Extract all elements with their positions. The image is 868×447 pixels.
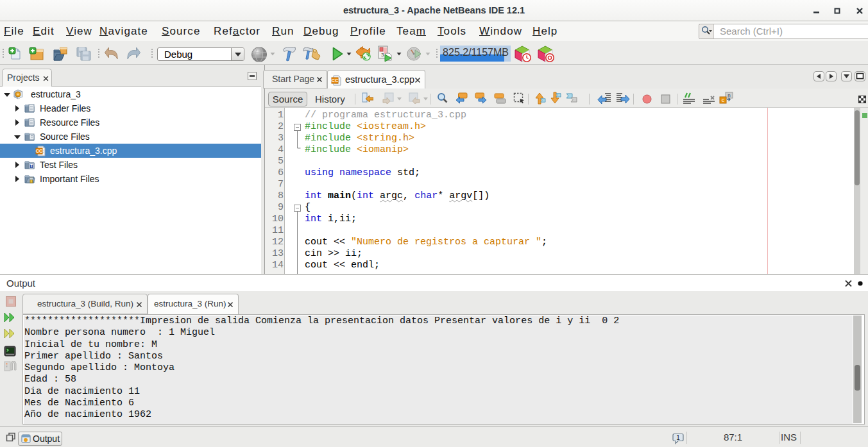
svg-text:CC: CC — [36, 148, 43, 154]
svg-text:n: n — [728, 92, 730, 98]
svg-text:3: 3 — [381, 52, 384, 58]
svg-text:c: c — [722, 97, 725, 103]
svg-text:1: 1 — [676, 434, 680, 441]
svg-text:T: T — [30, 164, 33, 168]
svg-text:CC: CC — [332, 78, 339, 83]
